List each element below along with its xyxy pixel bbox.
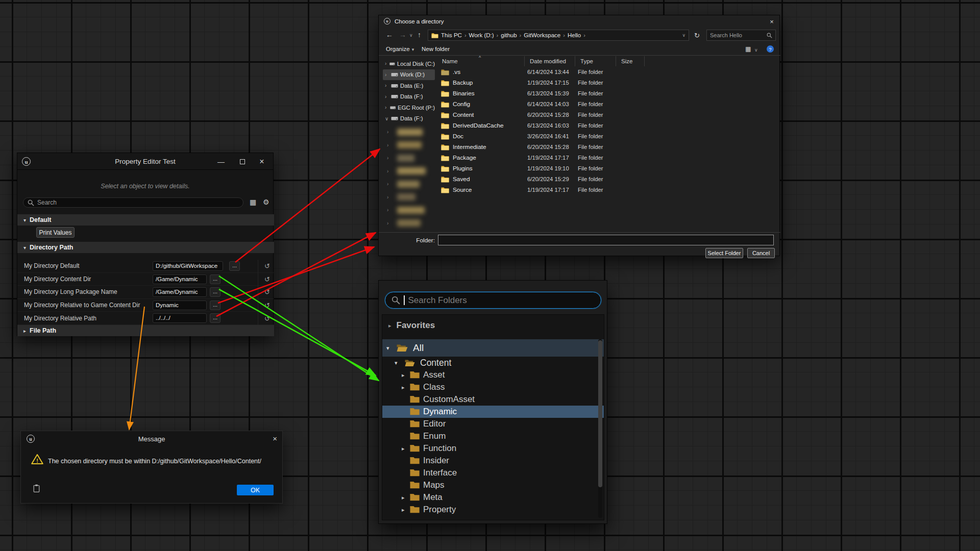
column-header-size[interactable]: Size [616,56,645,66]
breadcrumb-item[interactable]: GitWorkspace [524,32,560,38]
drive-item-work-d[interactable]: › Work (D:) [383,69,435,81]
dialog-titlebar[interactable]: u Choose a directory × [379,15,779,28]
breadcrumb-item[interactable]: Work (D:) [469,32,494,38]
file-row[interactable]: Config6/14/2024 14:03File folder [437,99,777,110]
scrollbar-track[interactable] [598,339,602,518]
chevron-right-icon[interactable]: › [385,94,391,99]
tree-item-property[interactable]: ▸Property [382,504,604,516]
breadcrumb[interactable]: This PC › Work (D:) › github › GitWorksp… [428,30,689,41]
file-row[interactable]: Content6/20/2024 15:28File folder [437,110,777,120]
view-dropdown-icon[interactable]: ∨ [754,47,758,53]
property-value-input[interactable]: ../../../ [153,313,207,323]
forward-button[interactable]: → [399,31,406,39]
file-row[interactable]: Backup1/19/2024 17:15File folder [437,78,777,88]
redacted-item[interactable]: › [383,178,435,191]
file-row[interactable]: .vs6/14/2024 13:44File folder [437,67,777,78]
tree-item-interface[interactable]: Interface [382,467,604,479]
breadcrumb-item[interactable]: This PC [441,32,462,38]
tree-item-asset[interactable]: ▸Asset [382,369,604,381]
drive-item-local-disk-c[interactable]: › Local Disk (C:) [383,58,435,69]
browse-ellipsis-button[interactable]: ... [210,313,220,323]
section-header-directory-path[interactable]: ▾ Directory Path [17,242,274,253]
expander-right-icon[interactable]: ▸ [402,384,405,391]
property-value-input[interactable]: /Game/Dynamic [153,287,207,297]
scrollbar-thumb[interactable] [598,340,602,487]
expander-right-icon[interactable]: ▸ [402,372,405,379]
reset-to-default-icon[interactable]: ↺ [264,302,270,309]
expander-right-icon[interactable]: ▸ [402,507,405,513]
file-row[interactable]: Doc3/26/2024 16:41File folder [437,131,777,142]
reset-to-default-icon[interactable]: ↺ [264,314,270,322]
file-row[interactable]: Saved6/20/2024 15:29File folder [437,174,777,185]
chevron-down-icon[interactable]: ∨ [385,116,391,121]
redacted-item[interactable]: › [383,191,435,204]
redacted-item[interactable]: › [383,126,435,139]
tree-item-dynamic-selected[interactable]: Dynamic [382,406,604,418]
tree-item-function[interactable]: ▸Function [382,442,604,455]
minimize-button[interactable]: — [213,153,229,170]
file-row[interactable]: Plugins1/19/2024 19:10File folder [437,163,777,174]
ok-button[interactable]: OK [237,485,274,495]
view-mode-icon[interactable]: ▦ [745,45,751,53]
drive-item-data-f[interactable]: › Data (F:) [383,91,435,103]
section-header-default[interactable]: ▾ Default [17,214,274,226]
redacted-item[interactable]: › [383,217,435,230]
expander-right-icon[interactable]: ▸ [388,322,391,329]
help-button[interactable]: ? [767,45,774,53]
favorites-section[interactable]: ▸ Favorites [382,318,604,333]
tree-item-class[interactable]: ▸Class [382,381,604,393]
column-header-type[interactable]: Type [575,56,616,66]
up-button[interactable]: ↑ [418,31,421,39]
redacted-item[interactable]: › [383,204,435,217]
history-dropdown-icon[interactable]: ∨ [409,33,413,38]
column-view-icon[interactable]: ▦ [250,198,256,206]
browse-ellipsis-button[interactable]: ... [210,300,220,310]
back-button[interactable]: ← [386,31,393,39]
column-header-date-modified[interactable]: Date modified [525,56,575,66]
tree-item-customasset[interactable]: CustomAsset [382,393,604,406]
column-header-name[interactable]: Name^ [437,56,525,66]
folder-search-input[interactable]: Search Folders [385,292,601,309]
chevron-right-icon[interactable]: › [385,72,391,78]
drive-item-egc-root-p[interactable]: › EGC Root (P:) [383,102,435,113]
tree-item-insider[interactable]: Insider [382,455,604,467]
address-dropdown-icon[interactable]: ∨ [682,33,685,38]
chevron-right-icon[interactable]: › [385,105,390,110]
settings-gear-icon[interactable]: ⚙ [263,198,270,206]
cancel-button[interactable]: Cancel [747,248,775,258]
dialog-search-input[interactable]: Search Hello [706,30,776,41]
close-button[interactable]: × [764,15,779,28]
chevron-right-icon[interactable]: › [385,61,389,66]
new-folder-button[interactable]: New folder [422,46,450,52]
drive-item-data-e[interactable]: › Data (E:) [383,80,435,91]
expander-right-icon[interactable]: ▸ [402,494,405,501]
copy-to-clipboard-icon[interactable] [33,484,40,492]
select-folder-button[interactable]: Select Folder [705,248,743,258]
breadcrumb-item[interactable]: Hello [568,32,581,38]
file-row[interactable]: Source1/19/2024 17:17File folder [437,185,777,195]
folder-name-input[interactable] [438,235,774,245]
breadcrumb-item[interactable]: github [501,32,517,38]
redacted-item[interactable]: › [383,165,435,178]
reset-to-default-icon[interactable]: ↺ [264,262,270,270]
file-row[interactable]: Intermediate6/20/2024 15:28File folder [437,142,777,153]
close-button[interactable]: × [273,434,277,443]
tree-item-enum[interactable]: Enum [382,430,604,442]
browse-ellipsis-button[interactable]: ... [229,261,240,271]
browse-ellipsis-button[interactable]: ... [210,274,220,284]
tree-item-content[interactable]: ▾ Content [382,357,604,369]
file-row[interactable]: Package1/19/2024 17:17File folder [437,153,777,163]
close-button[interactable]: × [254,153,270,170]
redacted-item[interactable]: › [383,152,435,165]
tree-item-maps[interactable]: Maps [382,479,604,491]
property-value-input[interactable]: /Game/Dynamic [153,274,207,284]
browse-ellipsis-button[interactable]: ... [210,287,220,297]
chevron-right-icon[interactable]: › [385,83,391,88]
expander-right-icon[interactable]: ▸ [402,445,405,452]
tree-item-all[interactable]: ▾ All [382,339,604,357]
message-titlebar[interactable]: u Message × [21,431,282,446]
expander-down-icon[interactable]: ▾ [395,360,402,366]
print-values-button[interactable]: Print Values [36,227,75,238]
file-row[interactable]: DerivedDataCache6/13/2024 16:03File fold… [437,120,777,131]
tree-item-meta[interactable]: ▸Meta [382,491,604,504]
